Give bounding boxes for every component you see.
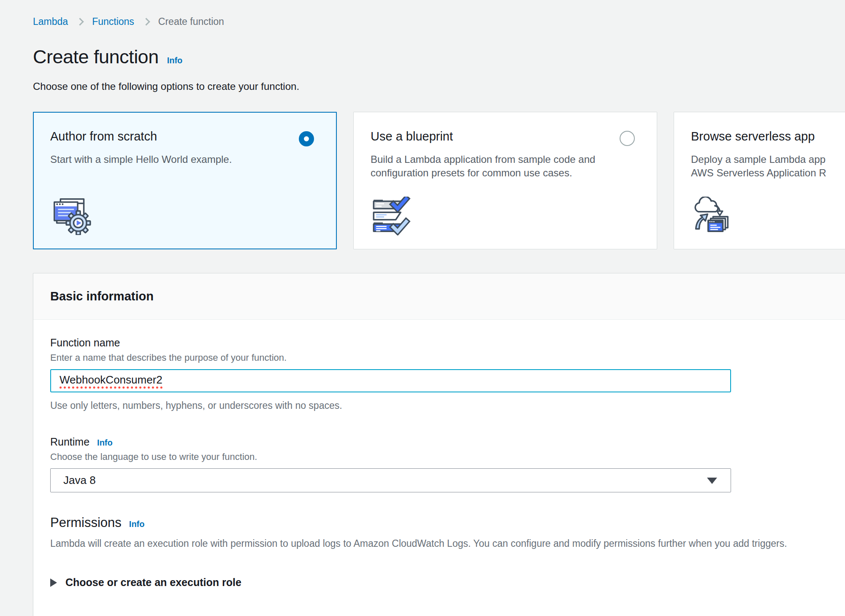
card-title: Author from scratch (50, 130, 320, 143)
runtime-hint: Choose the language to use to write your… (50, 451, 845, 462)
page-title-info-link[interactable]: Info (167, 56, 183, 65)
execution-role-expander-label: Choose or create an execution role (65, 576, 241, 589)
runtime-selected-value: Java 8 (63, 474, 96, 487)
panel-header: Basic information (33, 273, 845, 320)
card-description-line: AWS Serverless Application R (691, 166, 845, 180)
cloud-deploy-icon (691, 197, 731, 237)
permissions-heading: Permissions (50, 515, 122, 530)
permissions-description: Lambda will create an execution role wit… (50, 538, 845, 549)
card-title: Browse serverless app (691, 130, 845, 143)
permissions-info-link[interactable]: Info (129, 519, 145, 529)
function-name-input[interactable]: WebhookConsumer2 (50, 369, 731, 392)
card-description: Deploy a sample Lambda app AWS Serverles… (691, 153, 845, 180)
caret-down-icon (707, 478, 717, 484)
function-name-constraint: Use only letters, numbers, hyphens, or u… (50, 400, 845, 411)
function-name-label: Function name (50, 337, 845, 349)
basic-information-panel: Basic information Function name Enter a … (33, 273, 845, 616)
runtime-label: Runtime (50, 436, 89, 448)
card-description: Build a Lambda application from sample c… (371, 153, 640, 180)
breadcrumb-functions-link[interactable]: Functions (92, 16, 134, 27)
function-name-hint: Enter a name that describes the purpose … (50, 352, 845, 363)
function-name-value: WebhookConsumer2 (60, 373, 162, 389)
card-use-a-blueprint[interactable]: Use a blueprint Build a Lambda applicati… (353, 112, 657, 249)
breadcrumb-lambda-link[interactable]: Lambda (33, 16, 68, 27)
runtime-info-link[interactable]: Info (97, 438, 113, 448)
page-subtitle: Choose one of the following options to c… (33, 81, 845, 92)
card-author-from-scratch[interactable]: Author from scratch Start with a simple … (33, 112, 337, 249)
breadcrumb-current: Create function (158, 16, 224, 27)
page-title: Create function (33, 46, 159, 68)
chevron-right-icon (76, 18, 84, 25)
panel-body: Function name Enter a name that describe… (33, 320, 845, 616)
radio-unselected[interactable] (620, 131, 635, 146)
radio-selected[interactable] (299, 131, 314, 146)
execution-role-expander[interactable]: Choose or create an execution role (50, 576, 845, 589)
permissions-section: Permissions Info Lambda will create an e… (50, 515, 845, 589)
chevron-right-icon (142, 18, 150, 25)
breadcrumb: Lambda Functions Create function (33, 16, 845, 27)
function-name-group: Function name Enter a name that describe… (50, 337, 845, 411)
runtime-group: Runtime Info Choose the language to use … (50, 436, 845, 492)
creation-option-cards: Author from scratch Start with a simple … (33, 112, 845, 249)
triangle-right-icon (50, 578, 57, 587)
create-function-page: Lambda Functions Create function Create … (0, 0, 845, 616)
window-gear-play-icon (51, 196, 91, 237)
card-browse-serverless-app[interactable]: Browse serverless app Deploy a sample La… (674, 112, 845, 249)
card-title: Use a blueprint (371, 130, 640, 143)
blueprint-checklist-icon (371, 197, 411, 237)
card-description: Start with a simple Hello World example. (50, 153, 320, 166)
runtime-select[interactable]: Java 8 (50, 468, 731, 492)
card-description-line: Deploy a sample Lambda app (691, 153, 845, 166)
